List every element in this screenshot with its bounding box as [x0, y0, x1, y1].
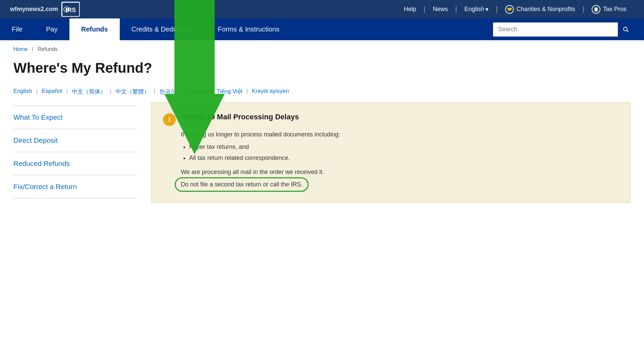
language-label: English: [464, 6, 484, 13]
alert-body: It's taking us longer to process mailed …: [163, 130, 619, 189]
charities-link[interactable]: 🤝 Charities & Nonprofits: [498, 5, 583, 14]
nav-bar-left: File Pay Refunds Credits & Deductions Fo…: [0, 18, 483, 40]
breadcrumb-current: Refunds: [38, 46, 58, 52]
sidebar-item-direct-deposit[interactable]: Direct Deposit: [13, 129, 138, 152]
nav-file[interactable]: File: [0, 18, 34, 40]
alert-warning-text: Do not file a second tax return or call …: [181, 180, 619, 189]
top-bar-left: wfmynews2.com IRS ⚖: [10, 2, 80, 17]
search-button[interactable]: [618, 22, 634, 37]
alert-bullets: Paper tax returns, and All tax return re…: [189, 142, 619, 163]
svg-line-5: [627, 30, 629, 32]
alert-bullet-1: Paper tax returns, and: [189, 142, 619, 152]
nav-bar: File Pay Refunds Credits & Deductions Fo…: [0, 18, 644, 40]
search-icon: [623, 26, 629, 33]
help-link[interactable]: Help: [396, 6, 424, 13]
nav-forms[interactable]: Forms & Instructions: [206, 18, 291, 40]
lang-en[interactable]: English: [13, 88, 36, 96]
breadcrumb: Home / Refunds: [0, 40, 644, 58]
sidebar-item-what-to-expect[interactable]: What To Expect: [13, 106, 138, 129]
nav-bar-right: [483, 18, 644, 40]
search-box: [493, 22, 634, 37]
home-link[interactable]: Home: [13, 46, 28, 52]
alert-box: ! COVID-19 Mail Processing Delays It's t…: [151, 102, 631, 203]
nav-pay[interactable]: Pay: [34, 18, 69, 40]
charities-label: Charities & Nonprofits: [517, 6, 575, 13]
charities-icon: 🤝: [505, 5, 514, 14]
lang-ko[interactable]: 한국어: [155, 88, 180, 96]
alert-intro: It's taking us longer to process mailed …: [181, 130, 619, 139]
top-bar-nav: Help | News | English ▾ | 🤝 Charities & …: [396, 5, 634, 14]
page-wrapper: wfmynews2.com IRS ⚖ Help | News | Englis…: [0, 0, 644, 203]
sidebar-item-fix-correct[interactable]: Fix/Correct a Return: [13, 175, 138, 198]
watermark-text: wfmynews2.com: [10, 6, 58, 13]
nav-credits[interactable]: Credits & Deductions: [120, 18, 206, 40]
alert-bullet-2: All tax return related correspondence.: [189, 154, 619, 163]
alert-processing-note: We are processing all mail in the order …: [181, 168, 619, 177]
top-bar: wfmynews2.com IRS ⚖ Help | News | Englis…: [0, 0, 644, 18]
svg-text:⚖: ⚖: [65, 8, 68, 11]
lang-ru[interactable]: Русский: [182, 88, 211, 96]
taxpros-label: Tax Pros: [603, 6, 627, 13]
nav-refunds[interactable]: Refunds: [69, 18, 120, 40]
alert-warning-icon: !: [163, 113, 176, 126]
sidebar: What To Expect Direct Deposit Reduced Re…: [13, 102, 138, 203]
lang-vi[interactable]: Tiếng Việt: [213, 88, 247, 96]
taxpros-link[interactable]: 📋 Tax Pros: [584, 5, 634, 14]
search-input[interactable]: [493, 22, 618, 37]
dropdown-arrow-icon: ▾: [485, 6, 488, 13]
alert-header: ! COVID-19 Mail Processing Delays: [163, 113, 619, 126]
content-area: ! COVID-19 Mail Processing Delays It's t…: [151, 102, 631, 203]
irs-logo: IRS ⚖: [61, 2, 80, 17]
alert-title: COVID-19 Mail Processing Delays: [181, 113, 299, 121]
taxpros-icon: 📋: [592, 5, 600, 14]
lang-ht[interactable]: Kreyòl ayisyen: [248, 88, 293, 96]
lang-zh-t[interactable]: 中文（繁體）: [111, 88, 154, 96]
lang-es[interactable]: Español: [38, 88, 66, 96]
language-selector[interactable]: English ▾: [457, 6, 496, 13]
main-content: What To Expect Direct Deposit Reduced Re…: [0, 102, 644, 203]
breadcrumb-separator: /: [32, 46, 33, 52]
language-bar: English | Español | 中文（简体） | 中文（繁體） | 한국…: [0, 84, 644, 102]
news-link[interactable]: News: [425, 6, 455, 13]
alert-warning-highlight: Do not file a second tax return or call …: [181, 180, 303, 189]
page-title: Where's My Refund?: [0, 58, 644, 84]
lang-zh-s[interactable]: 中文（简体）: [68, 88, 110, 96]
sidebar-item-reduced-refunds[interactable]: Reduced Refunds: [13, 152, 138, 175]
irs-logo-icon: IRS ⚖: [61, 2, 80, 17]
